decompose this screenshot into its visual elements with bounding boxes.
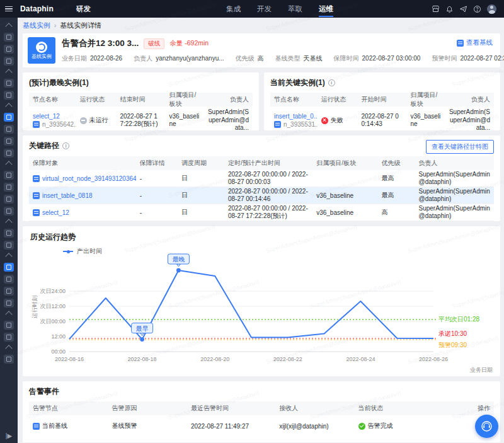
sidebar-group-chevron-icon[interactable] bbox=[5, 23, 12, 30]
sidebar-item-22[interactable] bbox=[4, 275, 14, 284]
help-icon[interactable] bbox=[473, 5, 481, 13]
sidebar-item-5[interactable] bbox=[4, 79, 14, 88]
sidebar-item-27[interactable] bbox=[4, 333, 14, 342]
sidebar-item-15[interactable] bbox=[4, 195, 14, 204]
y-tick-label: 次日24:00 bbox=[40, 288, 66, 294]
sidebar-expand-icon[interactable]: |▶ bbox=[0, 432, 18, 439]
current-instance-panel: 当前关键实例(1) i 节点名称运行状态 开始时间归属项目/板块 负责人 ins… bbox=[264, 72, 500, 130]
sidebar-item-13[interactable] bbox=[4, 171, 14, 180]
reference-line-label: 承诺10:30 bbox=[438, 330, 467, 337]
sidebar-group-chevron-icon[interactable] bbox=[5, 219, 12, 226]
sidebar-group-chevron-icon[interactable] bbox=[5, 103, 12, 110]
baseline-logo-icon bbox=[36, 42, 47, 53]
margin-value: 余量 -692min bbox=[169, 39, 209, 48]
sidebar-nav: |▶ bbox=[0, 18, 18, 443]
latest-instance-title: (预计)最晚实例(1) bbox=[29, 78, 89, 88]
sidebar-item-6[interactable] bbox=[4, 91, 14, 100]
critical-path-table-header: 保障对象保障详情 调度周期定时/预计产出时间 归属项目/板块优先级 负责人 bbox=[29, 156, 494, 170]
sidebar-item-active[interactable] bbox=[4, 263, 14, 272]
data-point-marker bbox=[140, 337, 144, 342]
sidebar-item-11[interactable] bbox=[4, 149, 14, 158]
menu-item-operations[interactable]: 运维 bbox=[319, 0, 333, 18]
node-type-icon bbox=[33, 209, 40, 216]
reference-line-label: 平均次日01:28 bbox=[438, 316, 479, 323]
headset-icon bbox=[480, 420, 493, 433]
trend-chart: 00:0012:00次日00:00次日12:00次日24:00平均次日01:28… bbox=[30, 256, 493, 374]
x-tick-label: 2022-08-26 bbox=[419, 356, 448, 362]
feedback-icon[interactable] bbox=[459, 5, 467, 13]
current-instance-row: insert_table_0... n_3935531... 失败 2022-0… bbox=[270, 106, 494, 134]
annotation-label: 最早 bbox=[136, 325, 149, 332]
sidebar-item-16[interactable] bbox=[4, 207, 14, 216]
view-gantt-button[interactable]: 查看关键路径甘特图 bbox=[426, 140, 494, 154]
x-tick-label: 2022-08-24 bbox=[346, 356, 375, 362]
node-link[interactable]: insert_table_0... bbox=[274, 113, 318, 120]
y-tick-label: 12:00 bbox=[51, 333, 66, 340]
table-row[interactable]: virtual_root_node_3914931203640918016 - … bbox=[29, 170, 494, 187]
sidebar-item-9[interactable] bbox=[4, 125, 14, 134]
sidebar-item-24[interactable] bbox=[4, 299, 14, 308]
critical-path-card: 关键路径 i 查看关键路径甘特图 保障对象保障详情 调度周期定时/预计产出时间 … bbox=[23, 135, 500, 221]
table-row[interactable]: select_12 - 日 2022-08-27 00:00:00 / 2022… bbox=[29, 204, 494, 221]
baseline-meta: 业务日期2022-08-26 负责人yanzhanyu(yanzhanyu...… bbox=[62, 54, 493, 63]
node-type-icon bbox=[33, 121, 40, 128]
bell-icon[interactable] bbox=[445, 5, 454, 13]
sidebar-group-chevron-icon[interactable] bbox=[5, 161, 12, 168]
sidebar-item-10[interactable] bbox=[4, 137, 14, 146]
sidebar-group-chevron-icon[interactable] bbox=[5, 311, 12, 318]
x-tick-label: 2022-08-18 bbox=[128, 356, 157, 362]
alerts-table-header: 告警节点告警原因 最近告警时间接收人 当前状态操作 bbox=[29, 401, 494, 415]
menu-item-develop[interactable]: 开发 bbox=[257, 0, 272, 18]
latest-instance-table-header: 节点名称运行状态 结束时间归属项目/板块 负责人 bbox=[29, 93, 253, 106]
sidebar-item-23[interactable] bbox=[4, 287, 14, 296]
trend-line bbox=[69, 270, 433, 340]
customer-service-button[interactable] bbox=[475, 415, 498, 438]
chart-legend[interactable]: 产出时间 bbox=[63, 247, 493, 256]
reference-line-label: 预警09:30 bbox=[438, 342, 467, 348]
sidebar-item-2[interactable] bbox=[4, 45, 14, 54]
current-instance-title: 当前关键实例(1) bbox=[270, 78, 325, 88]
breadcrumb-separator: › bbox=[54, 22, 56, 29]
sidebar-item-14[interactable] bbox=[4, 183, 14, 192]
menu-item-extract[interactable]: 萃取 bbox=[288, 0, 302, 18]
annotation-pointer bbox=[140, 333, 144, 336]
sidebar-item-3[interactable] bbox=[4, 57, 14, 66]
node-type-icon bbox=[33, 423, 40, 430]
view-baseline-link[interactable]: 查看基线 bbox=[457, 38, 493, 47]
sidebar-item-1[interactable] bbox=[4, 33, 14, 42]
sidebar-group-chevron-icon[interactable] bbox=[5, 345, 12, 352]
legend-line-icon bbox=[63, 251, 73, 252]
node-type-icon bbox=[33, 192, 40, 199]
breadcrumb: 基线实例 › 基线实例详情 bbox=[23, 18, 500, 33]
sidebar-group-chevron-icon[interactable] bbox=[5, 69, 12, 76]
info-icon[interactable]: i bbox=[62, 142, 69, 149]
y-tick-label: 次日12:00 bbox=[40, 303, 66, 309]
breadcrumb-baseline-instances[interactable]: 基线实例 bbox=[23, 21, 50, 30]
product-name[interactable]: 研发 bbox=[76, 4, 91, 14]
status-done-icon bbox=[358, 423, 365, 430]
table-row-selected[interactable]: insert_table_0818 - 日 2022-08-27 00:00:0… bbox=[29, 187, 494, 204]
latest-instance-row: select_12 n_3935642... 未运行 2022-08-27 17… bbox=[29, 106, 253, 134]
broken-line-tag: 破线 bbox=[144, 38, 164, 49]
info-icon[interactable]: i bbox=[328, 79, 335, 86]
hamburger-menu-icon[interactable] bbox=[0, 6, 18, 12]
x-axis-title: 业务日期 bbox=[470, 367, 493, 373]
market-icon[interactable] bbox=[432, 5, 440, 13]
y-tick-label: 00:00 bbox=[51, 348, 66, 355]
user-avatar[interactable] bbox=[487, 4, 496, 14]
sidebar-item-26[interactable] bbox=[4, 321, 14, 330]
sidebar-group-chevron-icon[interactable] bbox=[5, 253, 12, 260]
sidebar-item-19[interactable] bbox=[4, 241, 14, 250]
data-point-marker bbox=[176, 268, 181, 273]
current-instance-table-header: 节点名称运行状态 开始时间归属项目/板块 负责人 bbox=[270, 93, 494, 106]
history-trend-card: 历史运行趋势 产出时间 00:0012:00次日00:00次日12:00次日24… bbox=[23, 226, 500, 376]
menu-item-integration[interactable]: 集成 bbox=[226, 0, 241, 18]
sidebar-item-29[interactable] bbox=[4, 355, 14, 364]
status-notrun-icon bbox=[80, 117, 87, 124]
topbar: Dataphin 研发 集成 开发 萃取 运维 bbox=[0, 0, 504, 18]
topbar-icons bbox=[432, 4, 504, 14]
sidebar-item-18[interactable] bbox=[4, 229, 14, 238]
node-link[interactable]: select_12 bbox=[33, 113, 60, 120]
brand-logo[interactable]: Dataphin bbox=[20, 4, 54, 13]
sidebar-item-active[interactable] bbox=[4, 113, 14, 122]
